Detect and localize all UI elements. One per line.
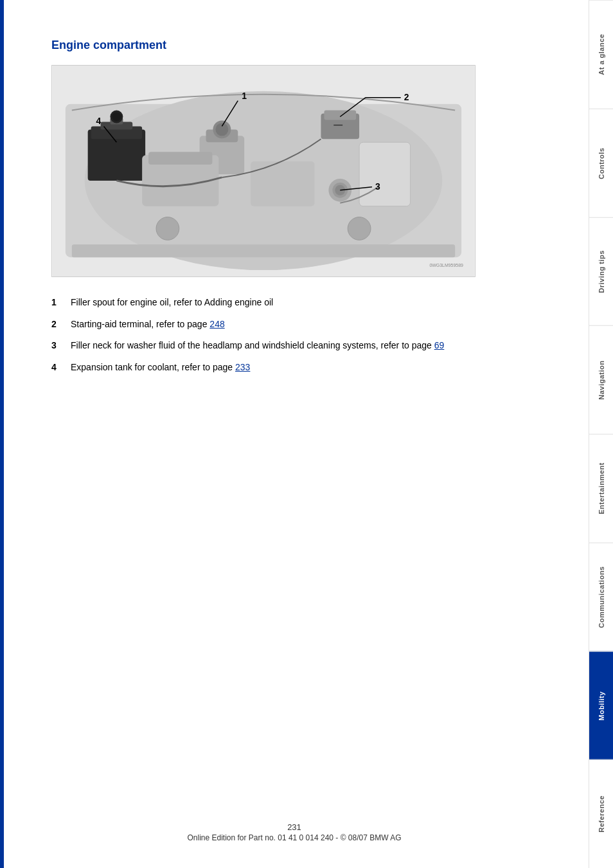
item-number-2: 2 — [51, 318, 71, 331]
list-item-1: 1 Filler spout for engine oil, refer to … — [51, 296, 556, 309]
sidebar-tab-navigation[interactable]: Navigation — [589, 325, 613, 434]
items-list: 1 Filler spout for engine oil, refer to … — [51, 296, 556, 374]
list-item-3: 3 Filler neck for washer fluid of the he… — [51, 339, 556, 352]
sidebar-tab-reference[interactable]: Reference — [589, 759, 613, 868]
svg-point-24 — [156, 217, 179, 240]
svg-text:4: 4 — [96, 116, 102, 126]
section-title: Engine compartment — [51, 39, 556, 52]
footer: 231 Online Edition for Part no. 01 41 0 … — [0, 822, 589, 842]
item-number-3: 3 — [51, 339, 71, 352]
list-item-2: 2 Starting-aid terminal, refer to page 2… — [51, 318, 556, 331]
svg-text:3: 3 — [375, 181, 380, 192]
svg-point-25 — [348, 217, 371, 240]
item-number-4: 4 — [51, 361, 71, 374]
sidebar-tab-communications[interactable]: Communications — [589, 543, 613, 651]
right-sidebar: At a glance Controls Driving tips Naviga… — [589, 0, 613, 868]
sidebar-tab-entertainment[interactable]: Entertainment — [589, 434, 613, 543]
svg-rect-22 — [359, 142, 411, 206]
svg-text:1: 1 — [242, 91, 247, 101]
link-69[interactable]: 69 — [434, 340, 445, 350]
svg-text:—: — — [333, 120, 342, 130]
svg-text:2: 2 — [404, 92, 409, 102]
sidebar-tab-controls[interactable]: Controls — [589, 109, 613, 217]
sidebar-tab-driving-tips[interactable]: Driving tips — [589, 217, 613, 326]
item-text-1: Filler spout for engine oil, refer to Ad… — [71, 296, 556, 309]
svg-point-12 — [215, 123, 228, 136]
svg-point-8 — [112, 113, 121, 122]
link-248[interactable]: 248 — [209, 319, 224, 329]
footer-copyright: Online Edition for Part no. 01 41 0 014 … — [187, 833, 401, 842]
item-text-2: Starting-aid terminal, refer to page 248 — [71, 318, 556, 331]
item-text-4: Expansion tank for coolant, refer to pag… — [71, 361, 556, 374]
link-233[interactable]: 233 — [235, 362, 250, 372]
svg-rect-14 — [324, 111, 356, 120]
page-number: 231 — [0, 822, 589, 832]
main-content: Engine compartment — [0, 0, 589, 868]
item-text-3: Filler neck for washer fluid of the head… — [71, 339, 556, 352]
sidebar-tab-at-a-glance[interactable]: At a glance — [589, 0, 613, 109]
sidebar-tab-mobility[interactable]: Mobility — [589, 651, 613, 760]
svg-rect-23 — [72, 244, 455, 257]
engine-compartment-image: — — [51, 65, 475, 277]
svg-rect-21 — [251, 161, 314, 206]
svg-rect-20 — [148, 152, 212, 165]
list-item-4: 4 Expansion tank for coolant, refer to p… — [51, 361, 556, 374]
page-container: Engine compartment — [0, 0, 613, 868]
svg-text:0WG3LM959589: 0WG3LM959589 — [429, 263, 463, 267]
item-number-1: 1 — [51, 296, 71, 309]
